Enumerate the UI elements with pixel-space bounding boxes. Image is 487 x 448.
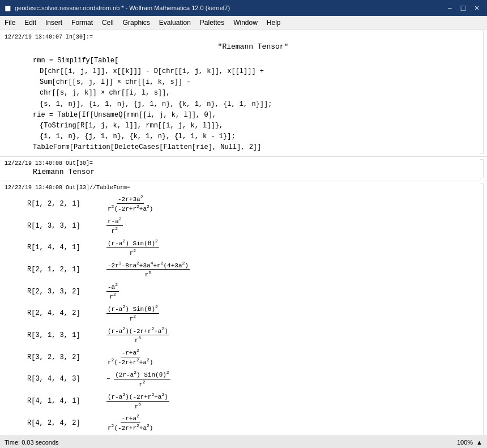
table-output: R[1, 2, 2, 1] -2r+3a2 r2(-2r+r2+a2) R[1,… — [5, 194, 473, 436]
row-label-r3232: R[3, 2, 3, 2] — [27, 353, 95, 361]
row-value-r2332: -a2 r2 — [106, 282, 119, 301]
table-row-r3443: R[3, 4, 4, 3] − (2r-a2) Sin(θ)2 r2 — [27, 370, 473, 389]
cell-out30: 12/22/19 13:40:08 Out[30]= Riemann Tenso… — [0, 158, 487, 180]
row-value-r1441: (r-a2) Sin(θ)2 r2 — [106, 238, 159, 257]
menu-file[interactable]: File — [0, 16, 20, 29]
table-row-r3232: R[3, 2, 3, 2] -r+a2 r2(-2r+r2+a2) — [27, 348, 473, 366]
row-label-r1331: R[1, 3, 3, 1] — [27, 222, 95, 230]
menubar: File Edit Insert Format Cell Graphics Ev… — [0, 16, 487, 29]
row-label-r4242: R[4, 2, 4, 2] — [27, 419, 95, 427]
menu-format[interactable]: Format — [67, 16, 97, 29]
row-value-r2442: (r-a2) Sin(θ)2 r2 — [106, 304, 159, 323]
row-label-r3131: R[3, 1, 3, 1] — [27, 331, 95, 339]
row-label-r1221: R[1, 2, 2, 1] — [27, 200, 95, 208]
separator-2 — [0, 181, 487, 181]
titlebar-left: ◼ geodesic.solver.reissner.nordström.nb … — [5, 3, 230, 12]
row-value-r3232: -r+a2 r2(-2r+r2+a2) — [106, 348, 154, 366]
row-label-r2332: R[2, 3, 3, 2] — [27, 288, 95, 296]
row-value-r3131: (r-a2)(-2r+r2+a2) r6 — [106, 326, 169, 345]
menu-help[interactable]: Help — [262, 16, 285, 29]
row-value-r1331: r-a2 r2 — [106, 216, 123, 235]
cell-out33-label: 12/22/19 13:40:08 Out[33]//TableForm= — [5, 185, 473, 191]
notebook[interactable]: 12/22/19 13:40:07 In[30]:= "Riemann Tens… — [0, 29, 487, 436]
cell-in30-bracket — [480, 31, 484, 154]
row-value-r3443: − (2r-a2) Sin(θ)2 r2 — [106, 370, 170, 389]
cell-out30-content: Riemann Tensor — [5, 168, 473, 176]
menu-graphics[interactable]: Graphics — [118, 16, 155, 29]
cell-out33-bracket — [480, 184, 484, 436]
main-area: 12/22/19 13:40:07 In[30]:= "Riemann Tens… — [0, 29, 487, 436]
row-label-r2442: R[2, 4, 4, 2] — [27, 309, 95, 317]
table-row-r4242: R[4, 2, 4, 2] -r+a2 r2(-2r+r2+a2) — [27, 413, 473, 432]
titlebar-title: geodesic.solver.reissner.nordström.nb * … — [15, 5, 230, 11]
row-value-r4242: -r+a2 r2(-2r+r2+a2) — [106, 413, 154, 432]
statusbar: Time: 0.03 seconds 100% ▲ — [0, 436, 487, 448]
menu-cell[interactable]: Cell — [97, 16, 118, 29]
cell-out30-label: 12/22/19 13:40:08 Out[30]= — [5, 160, 473, 167]
cell-in30: 12/22/19 13:40:07 In[30]:= "Riemann Tens… — [0, 29, 487, 155]
cell-out33: 12/22/19 13:40:08 Out[33]//TableForm= R[… — [0, 182, 487, 436]
zoom-level: 100% — [457, 439, 473, 446]
table-row-r1221: R[1, 2, 2, 1] -2r+3a2 r2(-2r+r2+a2) — [27, 194, 473, 213]
menu-palettes[interactable]: Palettes — [195, 16, 229, 29]
cell-out30-bracket — [480, 159, 484, 178]
maximize-button[interactable]: □ — [458, 2, 469, 14]
row-value-r4141: (r-a2)(-2r+r2+a2) r6 — [106, 392, 169, 411]
titlebar: ◼ geodesic.solver.reissner.nordström.nb … — [0, 0, 487, 16]
menu-insert[interactable]: Insert — [41, 16, 67, 29]
minimize-button[interactable]: − — [444, 2, 455, 14]
kernel-status-icon: ▲ — [476, 439, 482, 446]
table-row-r1331: R[1, 3, 3, 1] r-a2 r2 — [27, 216, 473, 235]
row-label-r2121: R[2, 1, 2, 1] — [27, 266, 95, 274]
table-row-r2332: R[2, 3, 3, 2] -a2 r2 — [27, 282, 473, 301]
cell-in30-code[interactable]: "Riemann Tensor" rmn = Simplify[Table[ D… — [5, 41, 473, 153]
table-row-r4141: R[4, 1, 4, 1] (r-a2)(-2r+r2+a2) r6 — [27, 392, 473, 411]
row-label-r4141: R[4, 1, 4, 1] — [27, 397, 95, 405]
table-row-r1441: R[1, 4, 4, 1] (r-a2) Sin(θ)2 r2 — [27, 238, 473, 257]
titlebar-controls: − □ × — [444, 2, 482, 14]
app-icon: ◼ — [5, 3, 11, 12]
menu-window[interactable]: Window — [229, 16, 262, 29]
status-time: Time: 0.03 seconds — [5, 439, 59, 446]
menu-evaluation[interactable]: Evaluation — [155, 16, 195, 29]
cell-in30-label: 12/22/19 13:40:07 In[30]:= — [5, 34, 473, 40]
table-row-r2121: R[2, 1, 2, 1] -2r3-8ra2+3a4+r2(4+3a2) r6 — [27, 261, 473, 279]
table-row-r3131: R[3, 1, 3, 1] (r-a2)(-2r+r2+a2) r6 — [27, 326, 473, 345]
menu-edit[interactable]: Edit — [20, 16, 41, 29]
close-button[interactable]: × — [471, 2, 482, 14]
table-row-r2442: R[2, 4, 4, 2] (r-a2) Sin(θ)2 r2 — [27, 304, 473, 323]
row-label-r1441: R[1, 4, 4, 1] — [27, 244, 95, 251]
row-label-r3443: R[3, 4, 4, 3] — [27, 375, 95, 383]
separator-1 — [0, 156, 487, 157]
row-value-r2121: -2r3-8ra2+3a4+r2(4+3a2) r6 — [106, 261, 190, 279]
row-value-r1221: -2r+3a2 r2(-2r+r2+a2) — [106, 194, 154, 213]
